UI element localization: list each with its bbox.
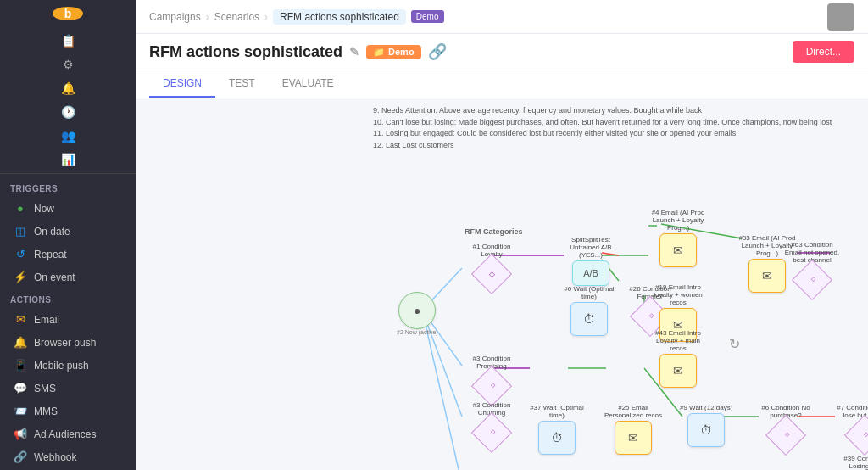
nav-icon-campaigns[interactable]: 📋 — [58, 31, 79, 51]
email-personalized-recos-label: #25 Email Personalized recos — [604, 404, 663, 419]
nav-icon-clock[interactable]: 🕐 — [58, 102, 79, 122]
edit-title-icon[interactable]: ✎ — [349, 45, 359, 59]
wait-optimal-icon: ⏱ — [583, 312, 595, 326]
sidebar-item-on-event[interactable]: ⚡ On event — [3, 266, 132, 288]
user-avatar[interactable] — [827, 3, 854, 31]
email-icon: ✉ — [14, 313, 27, 326]
event-icon: ⚡ — [14, 271, 27, 283]
condition-losing-engaged[interactable]: #39 Condition Losing out engaged ◇ — [835, 455, 868, 470]
sidebar-item-label: MMS — [34, 406, 58, 417]
email-loyalty-top-icon: ✉ — [673, 243, 683, 257]
browser-push-icon: 🔔 — [14, 336, 27, 349]
breadcrumb-current: RFM actions sophisticated — [273, 9, 406, 25]
condition-churning[interactable]: #3 Condition Churning ◇ — [462, 401, 521, 447]
condition-losing-engaged-label: #39 Condition Losing out engaged — [835, 455, 868, 470]
email-loyalty-top-label: #4 Email (AI Prod Launch + Loyalty Prog.… — [648, 209, 708, 232]
app-logo[interactable]: b — [53, 7, 83, 20]
refresh-icon[interactable]: ↻ — [729, 336, 740, 352]
email-intro-main-label: #43 Email Intro Loyalty + main recos — [648, 329, 708, 352]
nav-icon-bell[interactable]: 🔔 — [58, 78, 79, 98]
ab-test-node[interactable]: SplitSplitTest Untrained A/B (YES...) A/… — [561, 236, 620, 286]
sidebar-item-label: Email — [34, 314, 59, 326]
sidebar-item-label: Ad Audiences — [34, 428, 96, 440]
email-intro-main-icon: ✉ — [673, 364, 683, 378]
email-intro-main[interactable]: #43 Email Intro Loyalty + main recos ✉ — [648, 329, 708, 388]
wait-churning-label: #37 Wait (Optimal time) — [527, 404, 587, 419]
link-icon[interactable]: 🔗 — [428, 42, 447, 61]
email-intro-women-label: #19 Email Intro loyalty + women recos — [648, 283, 708, 306]
canvas-inner: 9. Needs Attention: Above average recenc… — [136, 98, 868, 470]
wait-optimal[interactable]: #6 Wait (Optimal time) ⏱ — [559, 285, 619, 336]
condition-not-opened[interactable]: #63 Condition Email not opened, best cha… — [782, 241, 842, 294]
triggers-section-label: Triggers — [0, 177, 136, 197]
sidebar-item-webhook[interactable]: 🔗 Webhook — [3, 446, 132, 467]
breadcrumb-campaigns[interactable]: Campaigns — [149, 11, 201, 23]
repeat-icon: ↺ — [14, 248, 27, 260]
sidebar-item-label: Repeat — [34, 249, 67, 260]
breadcrumb: Campaigns › Scenarios › RFM actions soph… — [149, 9, 444, 25]
webhook-icon: 🔗 — [14, 450, 27, 463]
sidebar-item-sms[interactable]: 💬 SMS — [3, 378, 132, 399]
condition-no-purchase-icon: ◇ — [773, 431, 800, 438]
wait-churning-icon: ⏱ — [551, 431, 563, 445]
condition-cant-lose-icon: ◇ — [852, 431, 868, 438]
note-line-1: 9. Needs Attention: Above average recenc… — [373, 105, 868, 117]
breadcrumb-sep-1: › — [206, 11, 209, 23]
canvas-area[interactable]: 9. Needs Attention: Above average recenc… — [136, 98, 868, 470]
tab-evaluate[interactable]: EVALUATE — [269, 70, 348, 98]
actions-section-label: Actions — [0, 288, 136, 308]
wait-12days-label: #9 Wait (12 days) — [680, 404, 732, 411]
ab-test-label: SplitSplitTest Untrained A/B (YES...) — [561, 236, 620, 259]
email-personalized-recos-icon: ✉ — [628, 431, 638, 445]
tabs-bar: DESIGN TEST EVALUATE — [136, 70, 868, 98]
sidebar-item-label: Mobile push — [34, 360, 89, 372]
sidebar-item-now[interactable]: ● Now — [3, 198, 132, 219]
email-personalized-recos[interactable]: #25 Email Personalized recos ✉ — [604, 404, 663, 455]
condition-loyalty-icon: ◇ — [489, 270, 495, 278]
condition-no-purchase[interactable]: #6 Condition No purchase? ◇ — [756, 404, 815, 450]
condition-promising-icon: ◇ — [479, 382, 506, 389]
sidebar-item-label: Webhook — [34, 451, 76, 463]
email-loyalty-top[interactable]: #4 Email (AI Prod Launch + Loyalty Prog.… — [648, 209, 708, 267]
condition-promising[interactable]: #3 Condition Promising ◇ — [462, 355, 521, 400]
tab-design[interactable]: DESIGN — [149, 70, 215, 98]
nav-icon-chart[interactable]: 📊 — [58, 149, 79, 170]
mms-icon: 📨 — [14, 405, 27, 417]
wait-optimal-label: #6 Wait (Optimal time) — [559, 285, 619, 300]
canvas-scroll[interactable]: 9. Needs Attention: Above average recenc… — [136, 98, 868, 470]
sidebar-item-on-date[interactable]: ◫ On date — [3, 221, 132, 242]
note-line-2: 10. Can't lose but losing: Made biggest … — [373, 117, 868, 129]
sidebar-item-browser-push[interactable]: 🔔 Browser push — [3, 332, 132, 353]
rfm-category-label: RFM Categories — [465, 227, 523, 236]
calendar-icon: ◫ — [14, 225, 27, 238]
folder-badge[interactable]: 📁 Demo — [366, 45, 421, 59]
breadcrumb-scenarios[interactable]: Scenarios — [214, 11, 259, 23]
trigger-node-now[interactable]: ● #2 Now (active) — [397, 292, 438, 335]
sms-icon: 💬 — [14, 382, 27, 394]
main-content: Campaigns › Scenarios › RFM actions soph… — [136, 0, 868, 470]
tab-test[interactable]: TEST — [215, 70, 269, 98]
folder-name: Demo — [388, 47, 415, 57]
breadcrumb-sep-2: › — [264, 11, 268, 23]
sidebar-item-email[interactable]: ✉ Email — [3, 309, 132, 330]
wait-12days[interactable]: #9 Wait (12 days) ⏱ — [680, 404, 732, 447]
condition-cant-lose[interactable]: #7 Condition Can't lose but losing ◇ — [835, 404, 868, 450]
launch-button[interactable]: Direct... — [793, 41, 854, 63]
sidebar-item-label: On date — [34, 226, 70, 238]
wait-churning[interactable]: #37 Wait (Optimal time) ⏱ — [527, 404, 587, 455]
page-title-area: RFM actions sophisticated ✎ 📁 Demo 🔗 — [149, 42, 447, 61]
wait-12days-icon: ⏱ — [700, 423, 712, 437]
nav-icon-users[interactable]: 👥 — [58, 126, 79, 146]
sidebar-item-mobile-push[interactable]: 📱 Mobile push — [3, 355, 132, 376]
sidebar-item-repeat[interactable]: ↺ Repeat — [3, 243, 132, 265]
canvas-notes: 9. Needs Attention: Above average recenc… — [373, 105, 868, 151]
trigger-label: #2 Now (active) — [397, 329, 438, 335]
folder-icon: 📁 — [373, 47, 385, 58]
condition-loyalty[interactable]: #1 Condition Loyalty ◇ — [462, 243, 521, 288]
svg-line-3 — [424, 317, 462, 470]
now-icon: ● — [14, 202, 27, 215]
sidebar-item-ad-audiences[interactable]: 📢 Ad Audiences — [3, 423, 132, 445]
condition-not-opened-icon: ◇ — [799, 276, 826, 283]
sidebar-item-mms[interactable]: 📨 MMS — [3, 400, 132, 422]
nav-icon-settings[interactable]: ⚙ — [59, 54, 77, 75]
